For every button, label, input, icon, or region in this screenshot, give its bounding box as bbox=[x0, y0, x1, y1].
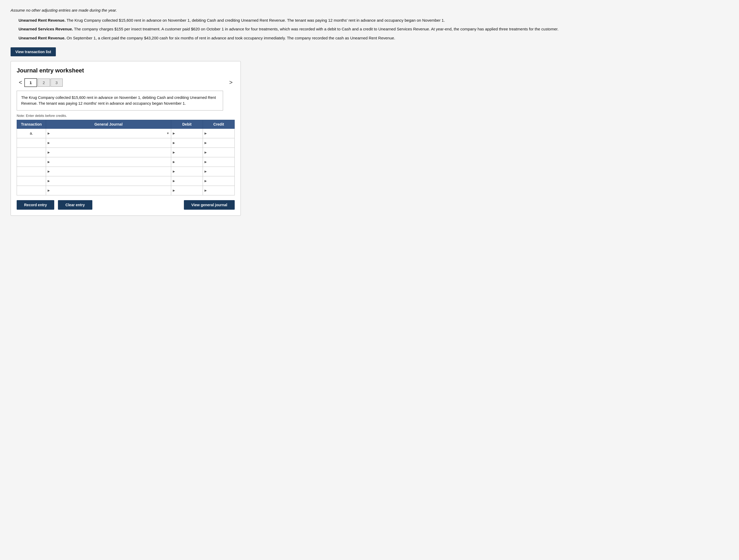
transaction-cell-empty bbox=[17, 176, 46, 186]
journal-entry-input[interactable] bbox=[46, 176, 171, 186]
debit-input[interactable] bbox=[171, 129, 203, 138]
left-arrow-icon: ▶ bbox=[173, 179, 175, 183]
problem-b-title: Unearned Services Revenue. bbox=[18, 27, 73, 31]
tab-nav-left[interactable]: < bbox=[17, 78, 24, 86]
credit-input[interactable] bbox=[203, 138, 235, 148]
debit-input[interactable] bbox=[171, 176, 203, 186]
tab-nav-right[interactable]: > bbox=[227, 78, 235, 86]
col-header-debit: Debit bbox=[171, 120, 203, 129]
journal-entry-input[interactable] bbox=[46, 129, 171, 138]
transaction-cell-empty bbox=[17, 157, 46, 167]
col-header-credit: Credit bbox=[203, 120, 235, 129]
assumption-text: Assume no other adjusting entries are ma… bbox=[11, 8, 728, 12]
journal-entry-cell[interactable]: ▶ bbox=[46, 138, 171, 148]
debit-cell[interactable]: ▶ bbox=[171, 148, 203, 157]
debit-input[interactable] bbox=[171, 167, 203, 176]
credit-cell[interactable]: ▶ bbox=[203, 167, 235, 176]
journal-entry-worksheet: Journal entry worksheet < 1 2 3 > The Kr… bbox=[11, 61, 241, 216]
credit-input[interactable] bbox=[203, 148, 235, 157]
scenario-description: The Krug Company collected $15,600 rent … bbox=[17, 91, 223, 111]
left-arrow-icon: ▶ bbox=[173, 141, 175, 145]
left-arrow-icon: ▶ bbox=[204, 170, 207, 173]
debit-cell[interactable]: ▶ bbox=[171, 138, 203, 148]
transaction-cell-empty bbox=[17, 167, 46, 176]
left-arrow-icon: ▶ bbox=[204, 132, 207, 135]
debit-cell[interactable]: ▶ bbox=[171, 129, 203, 138]
left-arrow-icon: ▶ bbox=[173, 151, 175, 154]
debit-input[interactable] bbox=[171, 186, 203, 195]
journal-entry-input[interactable] bbox=[46, 138, 171, 148]
journal-entry-cell[interactable]: ▶ bbox=[46, 186, 171, 195]
left-arrow-icon: ▶ bbox=[48, 170, 50, 173]
clear-entry-button[interactable]: Clear entry bbox=[58, 200, 92, 210]
transaction-cell-empty bbox=[17, 186, 46, 195]
credit-input[interactable] bbox=[203, 176, 235, 186]
table-row: ▶ ▶ ▶ bbox=[17, 138, 235, 148]
tab-3[interactable]: 3 bbox=[50, 78, 63, 87]
left-arrow-icon: ▶ bbox=[173, 189, 175, 192]
view-transaction-button[interactable]: View transaction list bbox=[11, 47, 56, 56]
table-row: a. ▶ ▼ ▶ ▶ bbox=[17, 129, 235, 138]
credit-cell[interactable]: ▶ bbox=[203, 157, 235, 167]
action-buttons-row: Record entry Clear entry View general jo… bbox=[17, 200, 235, 210]
col-header-journal: General Journal bbox=[46, 120, 171, 129]
credit-cell[interactable]: ▶ bbox=[203, 148, 235, 157]
problem-a: Unearned Rent Revenue. The Krug Company … bbox=[18, 17, 728, 23]
problem-c-desc: On September 1, a client paid the compan… bbox=[67, 36, 395, 40]
debit-cell[interactable]: ▶ bbox=[171, 167, 203, 176]
journal-entry-cell[interactable]: ▶ bbox=[46, 167, 171, 176]
journal-entry-cell[interactable]: ▶ bbox=[46, 176, 171, 186]
credit-input[interactable] bbox=[203, 167, 235, 176]
left-arrow-icon: ▶ bbox=[48, 179, 50, 183]
credit-cell[interactable]: ▶ bbox=[203, 186, 235, 195]
credit-input[interactable] bbox=[203, 186, 235, 195]
journal-entry-input[interactable] bbox=[46, 148, 171, 157]
problem-list: Unearned Rent Revenue. The Krug Company … bbox=[18, 17, 728, 41]
credit-cell[interactable]: ▶ bbox=[203, 138, 235, 148]
left-arrow-icon: ▶ bbox=[48, 132, 50, 135]
tab-1[interactable]: 1 bbox=[24, 78, 37, 87]
journal-entry-input[interactable] bbox=[46, 167, 171, 176]
left-arrow-icon: ▶ bbox=[48, 160, 50, 164]
journal-entry-cell[interactable]: ▶ bbox=[46, 157, 171, 167]
left-arrow-icon: ▶ bbox=[204, 189, 207, 192]
table-row: ▶ ▶ ▶ bbox=[17, 157, 235, 167]
journal-entry-input[interactable] bbox=[46, 186, 171, 195]
note-text: Note: Enter debits before credits. bbox=[17, 114, 235, 118]
credit-input[interactable] bbox=[203, 129, 235, 138]
table-row: ▶ ▶ ▶ bbox=[17, 167, 235, 176]
worksheet-title: Journal entry worksheet bbox=[17, 67, 235, 74]
debit-cell[interactable]: ▶ bbox=[171, 157, 203, 167]
journal-entry-input[interactable] bbox=[46, 157, 171, 167]
table-row: ▶ ▶ ▶ bbox=[17, 186, 235, 195]
record-entry-button[interactable]: Record entry bbox=[17, 200, 54, 210]
debit-input[interactable] bbox=[171, 138, 203, 148]
view-general-journal-button[interactable]: View general journal bbox=[184, 200, 235, 210]
debit-cell[interactable]: ▶ bbox=[171, 176, 203, 186]
tab-2[interactable]: 2 bbox=[37, 78, 50, 87]
journal-table: Transaction General Journal Debit Credit… bbox=[17, 120, 235, 195]
left-arrow-icon: ▶ bbox=[173, 170, 175, 173]
left-arrow-icon: ▶ bbox=[48, 141, 50, 145]
table-row: ▶ ▶ ▶ bbox=[17, 176, 235, 186]
debit-cell[interactable]: ▶ bbox=[171, 186, 203, 195]
debit-input[interactable] bbox=[171, 157, 203, 167]
journal-entry-cell[interactable]: ▶ ▼ bbox=[46, 129, 171, 138]
credit-input[interactable] bbox=[203, 157, 235, 167]
col-header-transaction: Transaction bbox=[17, 120, 46, 129]
transaction-label-a: a. bbox=[17, 129, 46, 138]
problem-b: Unearned Services Revenue. The company c… bbox=[18, 26, 728, 32]
debit-input[interactable] bbox=[171, 148, 203, 157]
problem-a-desc: The Krug Company collected $15,600 rent … bbox=[66, 18, 445, 22]
table-row: ▶ ▶ ▶ bbox=[17, 148, 235, 157]
journal-entry-cell[interactable]: ▶ bbox=[46, 148, 171, 157]
problem-c-title: Unearned Rent Revenue. bbox=[18, 36, 65, 40]
credit-cell[interactable]: ▶ bbox=[203, 176, 235, 186]
left-arrow-icon: ▶ bbox=[204, 151, 207, 154]
left-arrow-icon: ▶ bbox=[48, 189, 50, 192]
left-arrow-icon: ▶ bbox=[48, 151, 50, 154]
transaction-cell-empty bbox=[17, 148, 46, 157]
transaction-cell-empty bbox=[17, 138, 46, 148]
problem-c: Unearned Rent Revenue. On September 1, a… bbox=[18, 35, 728, 41]
credit-cell[interactable]: ▶ bbox=[203, 129, 235, 138]
